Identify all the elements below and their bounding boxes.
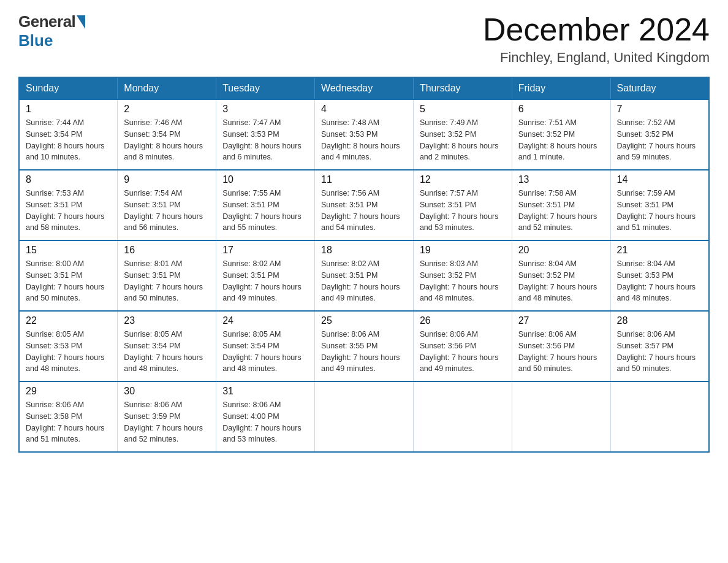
calendar-cell: 19Sunrise: 8:03 AMSunset: 3:52 PMDayligh…	[413, 240, 512, 311]
day-info: Sunrise: 8:04 AMSunset: 3:52 PMDaylight:…	[518, 258, 604, 304]
day-info: Sunrise: 8:04 AMSunset: 3:53 PMDaylight:…	[617, 258, 702, 304]
day-info: Sunrise: 7:56 AMSunset: 3:51 PMDaylight:…	[321, 188, 407, 234]
day-info: Sunrise: 8:05 AMSunset: 3:54 PMDaylight:…	[124, 329, 210, 375]
day-number: 13	[518, 174, 604, 185]
day-number: 24	[222, 315, 308, 326]
logo: General Blue	[18, 12, 86, 50]
calendar-cell: 8Sunrise: 7:53 AMSunset: 3:51 PMDaylight…	[19, 170, 118, 240]
header-cell-saturday: Saturday	[610, 77, 709, 99]
day-info: Sunrise: 7:59 AMSunset: 3:51 PMDaylight:…	[617, 188, 702, 234]
calendar-cell: 31Sunrise: 8:06 AMSunset: 4:00 PMDayligh…	[216, 381, 315, 452]
day-info: Sunrise: 8:06 AMSunset: 3:57 PMDaylight:…	[617, 329, 702, 375]
title-section: December 2024 Finchley, England, United …	[483, 12, 710, 66]
day-number: 6	[518, 104, 604, 115]
header-row: SundayMondayTuesdayWednesdayThursdayFrid…	[19, 77, 709, 99]
calendar-cell: 24Sunrise: 8:05 AMSunset: 3:54 PMDayligh…	[216, 311, 315, 381]
day-number: 23	[124, 315, 210, 326]
calendar-cell: 12Sunrise: 7:57 AMSunset: 3:51 PMDayligh…	[413, 170, 512, 240]
calendar-cell: 18Sunrise: 8:02 AMSunset: 3:51 PMDayligh…	[315, 240, 414, 311]
day-info: Sunrise: 8:06 AMSunset: 3:56 PMDaylight:…	[420, 329, 506, 375]
day-number: 17	[222, 245, 308, 256]
day-number: 22	[26, 315, 111, 326]
day-info: Sunrise: 7:44 AMSunset: 3:54 PMDaylight:…	[26, 117, 111, 163]
day-info: Sunrise: 8:06 AMSunset: 3:58 PMDaylight:…	[26, 399, 111, 445]
header-cell-sunday: Sunday	[19, 77, 118, 99]
header-cell-tuesday: Tuesday	[216, 77, 315, 99]
day-info: Sunrise: 7:47 AMSunset: 3:53 PMDaylight:…	[222, 117, 308, 163]
day-info: Sunrise: 8:06 AMSunset: 3:56 PMDaylight:…	[518, 329, 604, 375]
day-info: Sunrise: 7:52 AMSunset: 3:52 PMDaylight:…	[617, 117, 702, 163]
calendar-cell: 27Sunrise: 8:06 AMSunset: 3:56 PMDayligh…	[512, 311, 610, 381]
header-cell-wednesday: Wednesday	[315, 77, 414, 99]
calendar-cell: 10Sunrise: 7:55 AMSunset: 3:51 PMDayligh…	[216, 170, 315, 240]
calendar-week-2: 8Sunrise: 7:53 AMSunset: 3:51 PMDaylight…	[19, 170, 709, 240]
calendar-cell: 9Sunrise: 7:54 AMSunset: 3:51 PMDaylight…	[118, 170, 216, 240]
calendar-cell: 29Sunrise: 8:06 AMSunset: 3:58 PMDayligh…	[19, 381, 118, 452]
day-number: 16	[124, 245, 210, 256]
calendar-cell: 25Sunrise: 8:06 AMSunset: 3:55 PMDayligh…	[315, 311, 414, 381]
logo-general-text: General	[18, 12, 86, 31]
day-number: 27	[518, 315, 604, 326]
day-number: 5	[420, 104, 506, 115]
day-number: 15	[26, 245, 111, 256]
calendar-week-1: 1Sunrise: 7:44 AMSunset: 3:54 PMDaylight…	[19, 99, 709, 170]
day-info: Sunrise: 8:06 AMSunset: 4:00 PMDaylight:…	[222, 399, 308, 445]
day-number: 1	[26, 104, 111, 115]
calendar-cell: 7Sunrise: 7:52 AMSunset: 3:52 PMDaylight…	[610, 99, 709, 170]
day-number: 20	[518, 245, 604, 256]
day-info: Sunrise: 8:06 AMSunset: 3:55 PMDaylight:…	[321, 329, 407, 375]
calendar-cell: 5Sunrise: 7:49 AMSunset: 3:52 PMDaylight…	[413, 99, 512, 170]
calendar-cell: 11Sunrise: 7:56 AMSunset: 3:51 PMDayligh…	[315, 170, 414, 240]
month-title: December 2024	[483, 12, 710, 47]
day-info: Sunrise: 7:46 AMSunset: 3:54 PMDaylight:…	[124, 117, 210, 163]
day-info: Sunrise: 8:06 AMSunset: 3:59 PMDaylight:…	[124, 399, 210, 445]
day-number: 28	[617, 315, 702, 326]
day-number: 29	[26, 386, 111, 397]
day-number: 2	[124, 104, 210, 115]
calendar-cell: 30Sunrise: 8:06 AMSunset: 3:59 PMDayligh…	[118, 381, 216, 452]
day-info: Sunrise: 8:03 AMSunset: 3:52 PMDaylight:…	[420, 258, 506, 304]
day-info: Sunrise: 7:58 AMSunset: 3:51 PMDaylight:…	[518, 188, 604, 234]
day-number: 9	[124, 174, 210, 185]
day-info: Sunrise: 7:51 AMSunset: 3:52 PMDaylight:…	[518, 117, 604, 163]
day-number: 30	[124, 386, 210, 397]
day-number: 26	[420, 315, 506, 326]
calendar-cell: 1Sunrise: 7:44 AMSunset: 3:54 PMDaylight…	[19, 99, 118, 170]
day-info: Sunrise: 8:00 AMSunset: 3:51 PMDaylight:…	[26, 258, 111, 304]
day-number: 8	[26, 174, 111, 185]
calendar-cell: 2Sunrise: 7:46 AMSunset: 3:54 PMDaylight…	[118, 99, 216, 170]
day-info: Sunrise: 8:02 AMSunset: 3:51 PMDaylight:…	[222, 258, 308, 304]
day-info: Sunrise: 8:01 AMSunset: 3:51 PMDaylight:…	[124, 258, 210, 304]
calendar-cell: 13Sunrise: 7:58 AMSunset: 3:51 PMDayligh…	[512, 170, 610, 240]
calendar-cell	[512, 381, 610, 452]
header-cell-thursday: Thursday	[413, 77, 512, 99]
day-info: Sunrise: 7:55 AMSunset: 3:51 PMDaylight:…	[222, 188, 308, 234]
day-info: Sunrise: 8:02 AMSunset: 3:51 PMDaylight:…	[321, 258, 407, 304]
day-number: 18	[321, 245, 407, 256]
calendar-week-3: 15Sunrise: 8:00 AMSunset: 3:51 PMDayligh…	[19, 240, 709, 311]
day-number: 11	[321, 174, 407, 185]
calendar-cell	[610, 381, 709, 452]
day-number: 7	[617, 104, 702, 115]
location-subtitle: Finchley, England, United Kingdom	[483, 50, 710, 66]
logo-blue-text: Blue	[18, 31, 53, 50]
calendar-cell: 16Sunrise: 8:01 AMSunset: 3:51 PMDayligh…	[118, 240, 216, 311]
day-number: 19	[420, 245, 506, 256]
calendar-cell	[413, 381, 512, 452]
calendar-cell	[315, 381, 414, 452]
day-info: Sunrise: 7:54 AMSunset: 3:51 PMDaylight:…	[124, 188, 210, 234]
calendar-week-4: 22Sunrise: 8:05 AMSunset: 3:53 PMDayligh…	[19, 311, 709, 381]
calendar-cell: 20Sunrise: 8:04 AMSunset: 3:52 PMDayligh…	[512, 240, 610, 311]
calendar-cell: 22Sunrise: 8:05 AMSunset: 3:53 PMDayligh…	[19, 311, 118, 381]
day-info: Sunrise: 8:05 AMSunset: 3:53 PMDaylight:…	[26, 329, 111, 375]
header-cell-monday: Monday	[118, 77, 216, 99]
calendar-cell: 15Sunrise: 8:00 AMSunset: 3:51 PMDayligh…	[19, 240, 118, 311]
calendar-cell: 21Sunrise: 8:04 AMSunset: 3:53 PMDayligh…	[610, 240, 709, 311]
calendar-cell: 4Sunrise: 7:48 AMSunset: 3:53 PMDaylight…	[315, 99, 414, 170]
calendar-cell: 3Sunrise: 7:47 AMSunset: 3:53 PMDaylight…	[216, 99, 315, 170]
page-header: General Blue December 2024 Finchley, Eng…	[18, 12, 710, 66]
calendar-cell: 17Sunrise: 8:02 AMSunset: 3:51 PMDayligh…	[216, 240, 315, 311]
calendar-cell: 6Sunrise: 7:51 AMSunset: 3:52 PMDaylight…	[512, 99, 610, 170]
calendar-cell: 26Sunrise: 8:06 AMSunset: 3:56 PMDayligh…	[413, 311, 512, 381]
day-number: 25	[321, 315, 407, 326]
